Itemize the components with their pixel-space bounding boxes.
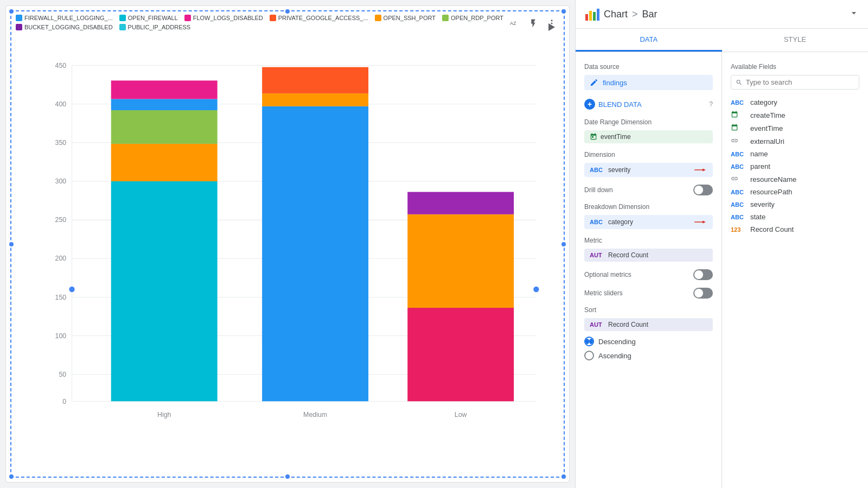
- tab-data[interactable]: DATA: [576, 29, 722, 52]
- dimension-value: severity: [608, 166, 630, 174]
- field-name: parent: [750, 162, 770, 170]
- metric-sliders-toggle[interactable]: [693, 288, 713, 299]
- field-row-record-count[interactable]: 123 Record Count: [731, 223, 859, 236]
- field-row-category[interactable]: ABC category: [731, 96, 859, 109]
- field-name: createTime: [750, 111, 786, 119]
- svg-text:150: 150: [55, 294, 67, 301]
- breakdown-arrow: [694, 218, 707, 226]
- svg-rect-30: [262, 106, 368, 401]
- blend-data-row[interactable]: + BLEND DATA ?: [584, 99, 713, 110]
- resize-handle-tl[interactable]: [9, 9, 14, 14]
- lightning-icon[interactable]: [526, 16, 541, 31]
- legend-item: FLOW_LOGS_DISABLED: [184, 15, 263, 21]
- panel-header: Chart > Bar: [576, 0, 868, 29]
- field-name: resourcePath: [750, 188, 792, 196]
- field-type-icon: ABC: [731, 151, 746, 157]
- field-row-resourcename[interactable]: resourceName: [731, 173, 859, 186]
- field-row-resourcepath[interactable]: ABC resourcePath: [731, 186, 859, 198]
- breakdown-section: Breakdown Dimension ABC category: [584, 203, 713, 229]
- svg-rect-28: [111, 99, 218, 110]
- legend-dot: [16, 24, 22, 30]
- field-row-severity[interactable]: ABC severity: [731, 198, 859, 211]
- legend-item: OPEN_FIREWALL: [119, 15, 178, 21]
- sort-section: Sort AUT Record Count Descending Ascendi…: [584, 306, 713, 360]
- field-row-name[interactable]: ABC name: [731, 148, 859, 160]
- svg-point-40: [533, 287, 539, 292]
- svg-text:100: 100: [55, 332, 67, 340]
- svg-point-39: [69, 287, 74, 292]
- field-name: externalUri: [750, 137, 784, 145]
- legend-label: BUCKET_LOGGING_DISABLED: [24, 24, 113, 30]
- field-row-state[interactable]: ABC state: [731, 211, 859, 223]
- chart-area: AZ FIREWALL_RULE_LOGGING_... OPEN_FIREWA…: [5, 5, 570, 483]
- legend-item: OPEN_RDP_PORT: [442, 15, 503, 21]
- sort-chip[interactable]: AUT Record Count: [584, 318, 713, 331]
- metric-chip[interactable]: AUT Record Count: [584, 249, 713, 262]
- panel-chevron[interactable]: [848, 8, 859, 21]
- breakdown-label: Breakdown Dimension: [584, 203, 713, 211]
- descending-row[interactable]: Descending: [584, 337, 713, 346]
- data-source-text: findings: [603, 79, 627, 87]
- search-input[interactable]: [746, 78, 854, 86]
- drill-down-toggle[interactable]: [693, 185, 713, 195]
- tab-style[interactable]: STYLE: [722, 29, 869, 52]
- legend-label: OPEN_FIREWALL: [128, 15, 178, 21]
- data-source-chip[interactable]: findings: [584, 75, 713, 90]
- field-type-icon: [731, 137, 746, 145]
- breakdown-type-label: ABC: [590, 219, 605, 225]
- ascending-row[interactable]: Ascending: [584, 351, 713, 360]
- descending-label: Descending: [598, 338, 636, 346]
- svg-text:200: 200: [55, 255, 67, 262]
- optional-metrics-toggle[interactable]: [693, 269, 713, 280]
- field-type-icon: ABC: [731, 201, 746, 208]
- svg-text:Low: Low: [455, 411, 467, 419]
- sort-icon[interactable]: AZ: [507, 16, 522, 31]
- field-type-icon: [731, 175, 746, 183]
- ascending-radio[interactable]: [584, 351, 594, 360]
- field-name: severity: [750, 200, 775, 208]
- more-icon[interactable]: [544, 16, 559, 31]
- drill-down-label: Drill down: [584, 186, 613, 194]
- field-row-createtime[interactable]: createTime: [731, 109, 859, 122]
- field-row-externaluri[interactable]: externalUri: [731, 135, 859, 148]
- svg-text:350: 350: [55, 139, 67, 147]
- legend-dot: [184, 15, 191, 21]
- legend-dot: [119, 15, 126, 21]
- bar-chart-svg: 0 50 100 150 200 250 300 350 400 450: [44, 34, 547, 455]
- field-type-icon: [731, 124, 746, 132]
- dimension-label: Dimension: [584, 151, 713, 159]
- right-panel: Chart > Bar DATA STYLE Data source findi…: [575, 0, 868, 488]
- resize-handle-tm[interactable]: [285, 9, 290, 14]
- legend-dot: [16, 15, 22, 21]
- legend-dot: [442, 15, 449, 21]
- resize-handle-tr[interactable]: [561, 9, 566, 14]
- breadcrumb-separator: >: [632, 9, 638, 20]
- field-type-icon: ABC: [731, 189, 746, 195]
- field-name: state: [750, 213, 765, 221]
- svg-text:0: 0: [62, 398, 66, 405]
- available-fields-title: Available Fields: [731, 63, 859, 71]
- available-fields-panel: Available Fields ABC category createTime: [722, 52, 868, 488]
- metric-sliders-label: Metric sliders: [584, 289, 623, 297]
- date-range-value: eventTime: [601, 133, 631, 141]
- field-row-eventtime[interactable]: eventTime: [731, 122, 859, 135]
- field-row-parent[interactable]: ABC parent: [731, 160, 859, 173]
- svg-text:450: 450: [55, 62, 67, 69]
- blend-help-icon[interactable]: ?: [709, 100, 713, 108]
- legend-item: BUCKET_LOGGING_DISABLED: [16, 24, 113, 30]
- field-name: eventTime: [750, 124, 783, 132]
- optional-metrics-row: Optional metrics: [584, 269, 713, 280]
- dimension-chip[interactable]: ABC severity: [584, 163, 713, 177]
- svg-point-2: [551, 23, 553, 24]
- metric-label: Metric: [584, 237, 713, 244]
- sort-value: Record Count: [608, 321, 648, 328]
- svg-rect-31: [262, 93, 368, 106]
- descending-radio[interactable]: [584, 337, 594, 346]
- data-source-section: Data source findings + BLEND DATA ?: [584, 63, 713, 110]
- date-range-chip[interactable]: eventTime: [584, 130, 713, 143]
- blend-plus-icon: +: [584, 99, 595, 110]
- svg-rect-29: [111, 80, 218, 99]
- breakdown-chip[interactable]: ABC category: [584, 215, 713, 229]
- metric-sliders-row: Metric sliders: [584, 288, 713, 299]
- panel-tabs: DATA STYLE: [576, 29, 868, 52]
